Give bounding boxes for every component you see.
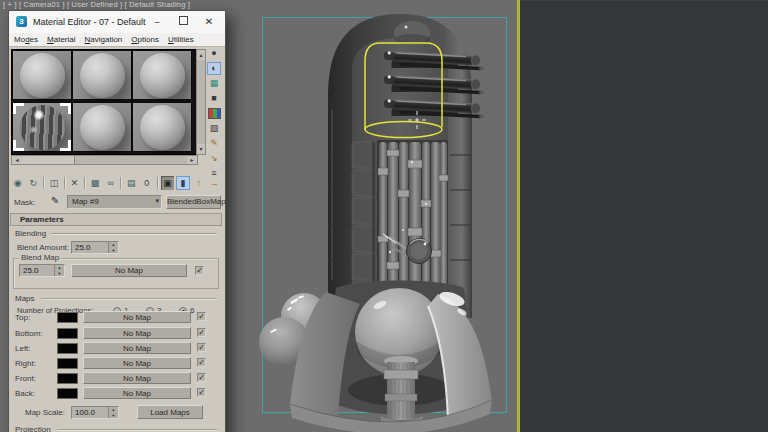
- spinner-arrows[interactable]: ▴ ▾: [108, 407, 118, 418]
- assign-material-icon[interactable]: ◫: [47, 176, 61, 190]
- map-row-label: Bottom:: [15, 329, 43, 338]
- selection-corner: [60, 140, 71, 151]
- chevron-down-icon: ▾: [155, 197, 159, 205]
- spinner-down-icon[interactable]: ▾: [109, 413, 118, 419]
- viewport-label[interactable]: [ + ] [ Camera01 ] [ User Defined ] [ De…: [3, 0, 190, 9]
- menu-material[interactable]: Material: [47, 35, 75, 44]
- get-material-icon[interactable]: ◉: [11, 176, 25, 190]
- material-slot[interactable]: [72, 102, 132, 152]
- map-name-value: Map #9: [72, 197, 99, 206]
- make-preview-icon[interactable]: ▧: [207, 122, 221, 135]
- group-line: [51, 233, 217, 234]
- map-color-swatch[interactable]: [57, 312, 78, 323]
- video-color-check-icon[interactable]: [207, 107, 221, 120]
- map-checkbox[interactable]: ✓: [197, 358, 206, 367]
- sample-sphere: [80, 105, 125, 150]
- background-icon[interactable]: ▦: [207, 77, 221, 90]
- map-button[interactable]: No Map: [83, 311, 191, 323]
- map-button[interactable]: No Map: [83, 387, 191, 399]
- toolbar-separator: [157, 177, 158, 189]
- map-row-label: Right:: [15, 359, 36, 368]
- load-maps-button[interactable]: Load Maps: [137, 405, 203, 419]
- material-slot[interactable]: [12, 50, 72, 100]
- sample-type-sphere-icon[interactable]: ●: [207, 47, 221, 60]
- map-name-dropdown[interactable]: Map #9 ▾: [67, 195, 162, 209]
- blend-map-button[interactable]: No Map: [71, 264, 187, 277]
- titlebar[interactable]: 3 Material Editor - 07 - Default – ✕: [9, 11, 225, 34]
- map-checkbox[interactable]: ✓: [197, 388, 206, 397]
- toolbar-separator: [84, 177, 85, 189]
- vertical-scrollbar[interactable]: ▴ ▾: [196, 49, 206, 155]
- spinner-down-icon[interactable]: ▾: [109, 248, 118, 254]
- parameters-rollout-header[interactable]: Parameters: [10, 213, 222, 226]
- maximize-icon: [179, 16, 188, 25]
- map-checkbox[interactable]: ✓: [197, 312, 206, 321]
- minimize-button[interactable]: –: [147, 14, 167, 30]
- scroll-right-icon[interactable]: ▸: [187, 156, 197, 164]
- put-material-to-scene-icon[interactable]: ↻: [27, 176, 41, 190]
- map-color-swatch[interactable]: [57, 358, 78, 369]
- material-slot-selected[interactable]: [12, 102, 72, 152]
- map-button[interactable]: No Map: [83, 327, 191, 339]
- map-button[interactable]: No Map: [83, 342, 191, 354]
- menu-navigation[interactable]: Navigation: [85, 35, 123, 44]
- map-color-swatch[interactable]: [57, 343, 78, 354]
- options-icon[interactable]: ✎: [207, 137, 221, 150]
- reset-map-icon[interactable]: ✕: [68, 176, 82, 190]
- projection-group-label: Projection: [13, 425, 53, 432]
- menubar: Modes Material Navigation Options Utilit…: [9, 33, 225, 47]
- map-checkbox[interactable]: ✓: [197, 328, 206, 337]
- spinner-arrows[interactable]: ▴ ▾: [54, 265, 64, 276]
- spinner-arrows[interactable]: ▴ ▾: [108, 242, 118, 253]
- blend-map-amount-spinner[interactable]: 25.0 ▴ ▾: [19, 264, 65, 277]
- group-line: [57, 429, 217, 430]
- scroll-left-icon[interactable]: ◂: [12, 156, 22, 164]
- pick-map-icon[interactable]: ✎: [51, 195, 59, 206]
- viewport-3d-model[interactable]: [240, 0, 522, 432]
- sample-uv-tiling-icon[interactable]: ■: [207, 92, 221, 105]
- material-id-channel-icon[interactable]: 0: [140, 176, 154, 190]
- map-color-swatch[interactable]: [57, 328, 78, 339]
- window-title: Material Editor - 07 - Default: [33, 17, 146, 27]
- map-color-swatch[interactable]: [57, 388, 78, 399]
- scroll-up-icon[interactable]: ▴: [197, 50, 205, 60]
- show-shaded-in-viewport-icon[interactable]: ▣: [161, 176, 175, 190]
- map-color-swatch[interactable]: [57, 373, 78, 384]
- map-button[interactable]: No Map: [83, 372, 191, 384]
- selection-corner: [13, 140, 24, 151]
- map-checkbox[interactable]: ✓: [197, 373, 206, 382]
- material-toolbar: ◉ ↻ ◫ ✕ ▩ ∞ ▤ 0 ▣ ▮ ↑ →: [11, 174, 223, 191]
- horizontal-scrollbar[interactable]: ◂ ▸: [11, 155, 198, 165]
- material-slot[interactable]: [72, 50, 132, 100]
- go-to-parent-icon[interactable]: ↑: [192, 176, 206, 190]
- material-slot[interactable]: [132, 102, 192, 152]
- spinner-down-icon[interactable]: ▾: [55, 271, 64, 277]
- sample-sphere: [20, 53, 65, 98]
- go-forward-to-sibling-icon[interactable]: →: [207, 176, 221, 190]
- side-panel-background: [520, 0, 768, 432]
- put-to-library-icon[interactable]: ▤: [124, 176, 138, 190]
- scroll-thumb[interactable]: [22, 156, 75, 164]
- blend-amount-spinner[interactable]: 25.0 ▴ ▾: [71, 241, 119, 254]
- sample-window-toolbar: ● ◐ ▦ ■ ▧ ✎ ↘ ≡: [207, 47, 223, 182]
- blend-map-group-label: Blend Map: [19, 253, 61, 262]
- make-material-copy-icon[interactable]: ▩: [88, 176, 102, 190]
- blend-map-amount-value: 25.0: [23, 266, 39, 275]
- close-button[interactable]: ✕: [199, 14, 219, 30]
- menu-options[interactable]: Options: [131, 35, 159, 44]
- map-row-label: Top:: [15, 313, 30, 322]
- show-end-result-icon[interactable]: ▮: [176, 176, 190, 190]
- maximize-button[interactable]: [173, 14, 193, 30]
- map-button[interactable]: No Map: [83, 357, 191, 369]
- map-scale-spinner[interactable]: 100.0 ▴ ▾: [71, 406, 119, 419]
- map-checkbox[interactable]: ✓: [197, 343, 206, 352]
- backlight-icon[interactable]: ◐: [207, 62, 221, 75]
- blend-map-checkbox[interactable]: ✓: [195, 266, 204, 275]
- scroll-down-icon[interactable]: ▾: [197, 144, 205, 154]
- select-by-material-icon[interactable]: ↘: [207, 152, 221, 165]
- menu-utilities[interactable]: Utilities: [168, 35, 194, 44]
- menu-modes[interactable]: Modes: [14, 35, 38, 44]
- material-slot[interactable]: [132, 50, 192, 100]
- make-unique-icon[interactable]: ∞: [104, 176, 118, 190]
- map-type-button[interactable]: BlendedBoxMap: [166, 195, 221, 209]
